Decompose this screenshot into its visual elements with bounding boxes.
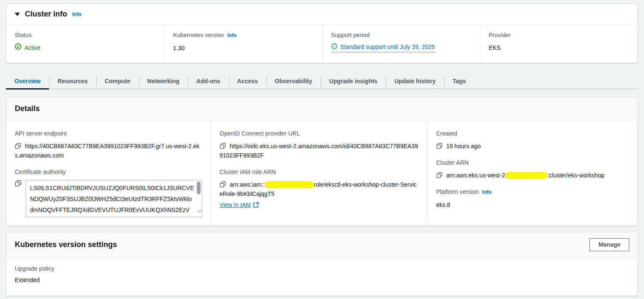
upgrade-policy-label: Upgrade policy — [15, 264, 629, 273]
tab-tags[interactable]: Tags — [444, 73, 475, 89]
kubernetes-version-value: 1.30 — [173, 43, 314, 53]
status-label: Status — [15, 31, 156, 39]
kubernetes-version-settings-body: Upgrade policy Extended — [6, 258, 638, 296]
provider-value: EKS — [489, 43, 629, 52]
copy-icon[interactable] — [220, 141, 226, 151]
cluster-arn-prefix: arn:aws:eks:us-west-2 — [446, 172, 505, 179]
created-label: Created — [436, 129, 629, 138]
tab-compute[interactable]: Compute — [96, 73, 139, 89]
kubernetes-version-info-link[interactable]: Info — [227, 31, 236, 40]
account-id-redaction — [505, 172, 547, 179]
view-in-iam-link-text: View in IAM — [220, 200, 251, 209]
collapse-triangle-icon[interactable] — [15, 13, 20, 16]
api-server-endpoint-field: API server endpoint https://40CB887A83C7… — [15, 129, 202, 160]
cluster-arn-value: arn:aws:eks:us-west-2:cluster/eks-worksh… — [436, 171, 629, 180]
copy-icon[interactable] — [220, 180, 226, 189]
cluster-tabs: Overview Resources Compute Networking Ad… — [6, 73, 638, 89]
info-circle-icon — [331, 43, 337, 51]
cluster-arn-field: Cluster ARN arn:aws:eks:us-west-2:cluste… — [436, 158, 629, 180]
support-period-label: Support period — [331, 31, 472, 39]
page: Cluster info Info Status Active Kubernet… — [0, 0, 644, 296]
tab-upgrade-insights[interactable]: Upgrade insights — [321, 73, 386, 89]
cluster-info-title: Cluster info — [25, 10, 67, 19]
kubernetes-version-label-row: Kubernetes version Info — [173, 31, 314, 40]
cluster-info-header: Cluster info Info — [6, 4, 638, 24]
tab-overview[interactable]: Overview — [6, 73, 49, 89]
support-period-link[interactable]: Standard support until July 28, 2025 — [331, 43, 435, 52]
platform-version-field: Platform version Info eks.8 — [436, 188, 629, 209]
certificate-authority-textarea[interactable]: LS0tLS1CRUdJTiBDRVJUSUZJQ0FURS0tLS0tCk1J… — [26, 180, 202, 217]
certificate-authority-label: Certificate authority — [15, 168, 202, 176]
copy-icon[interactable] — [436, 171, 443, 180]
cluster-info-info-link[interactable]: Info — [72, 11, 82, 17]
resize-handle-icon[interactable] — [197, 205, 201, 216]
scrollbar-thumb[interactable] — [197, 182, 201, 194]
tab-add-ons[interactable]: Add-ons — [188, 73, 229, 89]
details-header: Details — [6, 97, 638, 121]
cluster-info-summary: Status Active Kubernetes version Info 1.… — [6, 24, 638, 63]
cluster-iam-role-arn-prefix: arn:aws:iam:: — [230, 181, 265, 188]
manage-button[interactable]: Manage — [590, 238, 629, 251]
copy-icon[interactable] — [15, 180, 22, 187]
openid-url-text: https://oidc.eks.us-west-2.amazonaws.com… — [220, 143, 418, 159]
cluster-iam-role-arn-label: Cluster IAM role ARN — [220, 168, 419, 176]
support-period-link-text: Standard support until July 28, 2025 — [340, 43, 435, 50]
tab-access[interactable]: Access — [229, 73, 266, 89]
tab-networking[interactable]: Networking — [139, 73, 188, 89]
cluster-info-card: Cluster info Info Status Active Kubernet… — [6, 3, 638, 63]
details-column-1: API server endpoint https://40CB887A83C7… — [6, 121, 211, 226]
certificate-authority-row: LS0tLS1CRUdJTiBDRVJUSUZJQ0FURS0tLS0tCk1J… — [15, 180, 202, 217]
copy-icon[interactable] — [436, 141, 443, 151]
status-value: Active — [15, 43, 41, 52]
kubernetes-version-label: Kubernetes version — [173, 31, 224, 39]
certificate-authority-field: Certificate authority LS0tLS1CRUdJTiBDRV… — [15, 168, 202, 217]
details-card: Details API server endpoint https://40CB… — [6, 97, 638, 226]
details-column-3: Created 19 hours ago Cluster ARN arn:aws… — [427, 121, 638, 226]
tab-update-history[interactable]: Update history — [386, 73, 444, 89]
created-value: 19 hours ago — [436, 141, 629, 151]
created-text: 19 hours ago — [446, 143, 481, 150]
details-title: Details — [15, 104, 40, 113]
kubernetes-version-settings-title: Kubernetes version settings — [15, 240, 117, 249]
details-grid: API server endpoint https://40CB887A83C7… — [6, 121, 638, 226]
copy-icon[interactable] — [15, 141, 21, 151]
check-circle-icon — [15, 43, 22, 52]
cluster-arn-label: Cluster ARN — [436, 158, 629, 167]
status-cell: Status Active — [6, 25, 164, 63]
api-server-endpoint-text: https://40CB887A83C77B9EA3991023FF993B2F… — [15, 143, 199, 159]
kubernetes-version-cell: Kubernetes version Info 1.30 — [164, 25, 322, 63]
cluster-arn-suffix: :cluster/eks-workshop — [547, 172, 604, 179]
provider-cell: Provider EKS — [480, 25, 638, 63]
tab-observability[interactable]: Observability — [266, 73, 321, 89]
certificate-authority-text: LS0tLS1CRUdJTiBDRVJUSUZJQ0FURS0tLS0tCk1J… — [30, 185, 194, 217]
upgrade-policy-value: Extended — [15, 275, 629, 285]
status-text: Active — [24, 43, 41, 52]
platform-version-info-link[interactable]: Info — [482, 188, 492, 196]
external-link-icon — [253, 200, 259, 209]
view-in-iam-link[interactable]: View in IAM — [220, 200, 259, 209]
cluster-iam-role-arn-value: arn:aws:iam::role/eksctl-eks-workshop-cl… — [220, 180, 419, 198]
details-column-2: OpenID Connect provider URL https://oidc… — [211, 121, 427, 226]
openid-url-field: OpenID Connect provider URL https://oidc… — [220, 129, 419, 160]
openid-url-value: https://oidc.eks.us-west-2.amazonaws.com… — [220, 141, 419, 160]
account-id-redaction — [265, 181, 314, 188]
kubernetes-version-settings-card: Kubernetes version settings Manage Upgra… — [6, 232, 638, 296]
cluster-iam-role-arn-field: Cluster IAM role ARN arn:aws:iam::role/e… — [220, 168, 419, 209]
api-server-endpoint-value: https://40CB887A83C77B9EA3991023FF993B2F… — [15, 141, 202, 160]
kubernetes-version-settings-header: Kubernetes version settings Manage — [6, 232, 638, 258]
platform-version-label: Platform version — [436, 188, 479, 196]
tab-resources[interactable]: Resources — [49, 73, 96, 89]
platform-version-label-row: Platform version Info — [436, 188, 629, 196]
openid-url-label: OpenID Connect provider URL — [220, 129, 419, 138]
provider-label: Provider — [489, 31, 629, 39]
platform-version-value: eks.8 — [436, 200, 629, 209]
support-period-cell: Support period Standard support until Ju… — [322, 25, 480, 63]
api-server-endpoint-label: API server endpoint — [15, 129, 202, 138]
created-field: Created 19 hours ago — [436, 129, 629, 151]
